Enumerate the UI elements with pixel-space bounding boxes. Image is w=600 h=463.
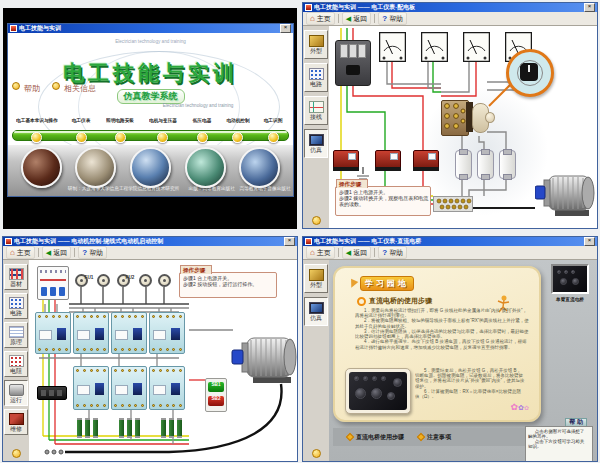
heading-bullet-icon [357, 297, 366, 306]
magnified-knob-callout[interactable] [506, 49, 554, 97]
start-button[interactable]: SB1 [208, 382, 224, 392]
main-breaker[interactable] [37, 266, 69, 300]
flower-decoration: ✿✿✿ [511, 396, 529, 414]
menu-node-icon[interactable] [31, 132, 42, 143]
back-button[interactable]: ◀返回 [42, 246, 71, 259]
english-title-top: Electrician technology and training [68, 39, 233, 44]
box-icon [309, 269, 324, 281]
splash-content: Electrician technology and training 帮助 相… [8, 33, 293, 196]
photo-band: 研制：大连海事大学信息工程学院信息教育技术研究所 出版：高等教育出版社 高等教育… [8, 145, 293, 196]
photo-motor [185, 147, 226, 188]
learning-window: 电工技能与实训 —— 电工仪表·直流电桥 × ⌂主页 ◀返回 ?帮助 外型 仿真 [302, 236, 598, 462]
link-usage-steps[interactable]: 直流电桥使用步骤 [347, 433, 404, 442]
back-button[interactable]: ◀返回 [342, 12, 371, 25]
card-heading: 直流电桥的使用步骤 [369, 296, 432, 306]
menu-node-icon[interactable] [232, 132, 243, 143]
breaker-handle[interactable] [346, 65, 360, 75]
box-icon [309, 35, 324, 47]
changeover-switch[interactable] [441, 100, 491, 136]
operation-steps-box: 操作步骤 步骤1 合上电源开关。 步骤2 拨动转换开关，观察电压表和电流表的读数… [335, 186, 431, 216]
menu-bar-gloss [14, 131, 287, 133]
sidebar-item-repair[interactable]: 维修 [4, 409, 28, 435]
analog-meter [379, 32, 406, 62]
motor [231, 330, 297, 386]
screw-fuse [97, 274, 110, 287]
bottom-link-bar: 直流电桥使用步骤 注意事项 [333, 428, 551, 446]
titlebar: 电工技能与实训 —— 电工仪表·直流电桥 × [303, 237, 597, 246]
back-arrow-icon: ◀ [346, 249, 351, 257]
stop-button[interactable]: SB2 [208, 396, 224, 406]
smiley-icon [312, 216, 321, 225]
titlebar: 电工技能与实训 —— 电工仪表·配电板 × [303, 3, 597, 12]
current-transformer [375, 150, 401, 169]
sidebar-item-equipment[interactable]: 器材 [4, 264, 28, 290]
sidebar-item-appearance[interactable]: 外型 [304, 30, 328, 59]
breaker-toggle[interactable] [59, 287, 65, 296]
home-icon: ⌂ [10, 249, 15, 257]
learning-card: 学习园地 直流电桥的使用步骤 1．测量前先将检流计锁扣打开，即将 G 接线柱处的… [333, 266, 541, 422]
main-breaker[interactable] [335, 40, 371, 86]
close-icon[interactable]: × [280, 24, 291, 33]
app-icon [10, 25, 17, 32]
bridge-thumbnail[interactable] [551, 264, 589, 294]
simulation-canvas: 操作步骤 步骤1 合上电源开关。 步骤2 拨动转换开关，观察电压表和电流表的读数… [329, 26, 597, 228]
fuse-label: FU1 [83, 275, 95, 280]
help-button[interactable]: ?帮助 [378, 12, 407, 25]
sidebar-item-run[interactable]: 运行 [4, 380, 28, 406]
help-button[interactable]: ?帮助 [378, 246, 407, 259]
back-button[interactable]: ◀返回 [342, 246, 371, 259]
screw-fuse [158, 274, 171, 287]
close-icon[interactable]: × [284, 237, 295, 246]
sidebar-item-circuit[interactable]: 电路 [4, 293, 28, 319]
sidebar-item-circuit[interactable]: 电路 [304, 63, 328, 92]
sidebar-item-appearance[interactable]: 外型 [304, 264, 328, 293]
toolbar-separator [374, 14, 375, 23]
help-icon: ? [82, 249, 87, 257]
toolbar: ⌂主页 ◀返回 ?帮助 [303, 12, 597, 26]
bridge-device-image[interactable] [345, 368, 411, 414]
contactor [149, 366, 185, 410]
toolbar-separator [338, 14, 339, 23]
breaker-toggle[interactable] [50, 287, 56, 296]
switch-shaft[interactable] [485, 112, 495, 123]
operation-steps-box: 操作步骤 步骤1 合上电源开关。 步骤2 按动按钮，进行运行操作。 [179, 272, 277, 298]
sidebar-item-simulation[interactable]: 仿真 [304, 297, 328, 326]
mode-sidebar: 外型 仿真 [303, 260, 330, 461]
home-button[interactable]: ⌂主页 [306, 246, 335, 259]
sidebar-item-principle[interactable]: 原理 [4, 322, 28, 348]
sidebar-item-simulation[interactable]: 仿真 [304, 129, 328, 158]
menu-node-icon[interactable] [157, 132, 168, 143]
sidebar-item-resistor[interactable]: 电阻 [4, 351, 28, 377]
menu-node-icon[interactable] [76, 132, 87, 143]
help-button[interactable]: ?帮助 [78, 246, 107, 259]
menu-node-icon[interactable] [197, 132, 208, 143]
close-icon[interactable]: × [584, 237, 595, 246]
menu-node-icon[interactable] [115, 132, 126, 143]
icecream-icon [348, 278, 359, 289]
home-icon: ⌂ [310, 15, 315, 23]
analog-meter [421, 32, 448, 62]
home-button[interactable]: ⌂主页 [6, 246, 35, 259]
fuse-link [477, 150, 494, 179]
app-icon [305, 238, 312, 245]
link-precautions[interactable]: 注意事项 [418, 433, 451, 442]
step-line: 步骤2 拨动转换开关，观察电压表和电流表的读数。 [339, 195, 430, 207]
menu-node-icon[interactable] [268, 132, 279, 143]
window-title: 电工技能与实训 —— 电工仪表·配电板 [314, 3, 582, 12]
help-note: 点击右侧图片可选择想了解的器件。 点击下方按钮可学习相关知识。 [525, 426, 593, 461]
main-title: 电工技能与实训 [8, 59, 293, 87]
sidebar-item-wiring[interactable]: 接线 [304, 96, 328, 125]
circuit-icon [9, 297, 24, 309]
breaker-toggle[interactable] [41, 287, 47, 296]
contactor [111, 312, 147, 354]
back-arrow-icon: ◀ [46, 249, 51, 257]
close-icon[interactable]: × [584, 3, 595, 12]
home-button[interactable]: ⌂主页 [306, 12, 335, 25]
splash-titlebar: 电工技能与实训 × [8, 24, 293, 33]
diamond-icon [346, 433, 354, 441]
dots-icon [9, 355, 24, 367]
monitor-icon [309, 134, 324, 146]
toolbar-separator [374, 248, 375, 257]
contactor [111, 366, 147, 410]
menu-row: 电工基本常识与操作 电工仪表 照明电路安装 电机与变压器 [10, 117, 291, 145]
